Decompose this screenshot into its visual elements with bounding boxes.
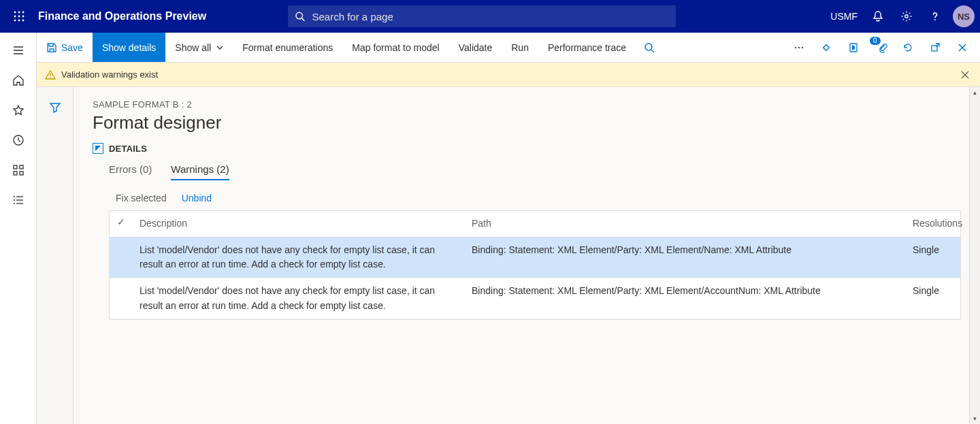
filter-icon (49, 101, 61, 114)
nav-modules-button[interactable] (2, 185, 35, 215)
warnings-table: ✓ Description Path Resolutions List 'mod… (109, 210, 961, 320)
svg-point-6 (14, 20, 16, 22)
table-row[interactable]: List 'model/Vendor' does not have any ch… (110, 237, 960, 278)
close-icon (958, 43, 967, 52)
vertical-scrollbar[interactable]: ▲ ▼ (969, 87, 980, 424)
tab-errors[interactable]: Errors (0) (109, 163, 152, 180)
svg-point-4 (18, 16, 20, 18)
star-icon (12, 104, 24, 116)
page-content: SAMPLE FORMAT B : 2 Format designer DETA… (74, 87, 980, 424)
details-tabs: Errors (0) Warnings (2) (109, 163, 961, 180)
help-icon (929, 10, 941, 22)
close-page-button[interactable] (949, 33, 976, 62)
diamond-icon (821, 42, 832, 53)
svg-point-2 (22, 12, 24, 14)
column-select[interactable]: ✓ (110, 211, 133, 237)
global-header: Finance and Operations Preview USMF NS (0, 0, 980, 33)
scroll-up-button[interactable]: ▲ (970, 87, 980, 98)
table-row[interactable]: List 'model/Vendor' does not have any ch… (110, 278, 960, 319)
action-search-button[interactable] (636, 33, 663, 62)
office-addin-button[interactable] (840, 33, 867, 62)
column-resolutions[interactable]: Resolutions (906, 211, 960, 237)
settings-button[interactable] (893, 0, 920, 33)
banner-text: Validation warnings exist (61, 69, 158, 80)
nav-favorites-button[interactable] (2, 95, 35, 125)
grid-icon (12, 164, 24, 176)
office-icon (848, 42, 859, 53)
notifications-button[interactable] (864, 0, 892, 33)
svg-point-23 (14, 203, 15, 204)
map-format-to-model-button[interactable]: Map format to model (342, 33, 448, 62)
nav-expand-button[interactable] (2, 35, 35, 65)
save-label: Save (61, 42, 83, 53)
svg-point-30 (798, 46, 800, 48)
chevron-down-icon (216, 44, 223, 51)
search-icon (295, 11, 305, 22)
svg-rect-32 (823, 44, 829, 50)
svg-line-10 (302, 18, 305, 21)
action-bar: Save Show details Show all Format enumer… (37, 33, 980, 63)
show-details-button[interactable]: Show details (93, 33, 165, 62)
refresh-button[interactable] (894, 33, 921, 62)
format-enumerations-button[interactable]: Format enumerations (233, 33, 342, 62)
validate-button[interactable]: Validate (449, 33, 502, 62)
app-title: Finance and Operations Preview (38, 10, 206, 22)
svg-rect-18 (20, 165, 23, 169)
filter-pane-strip (37, 87, 74, 424)
global-search-input[interactable] (311, 10, 670, 23)
svg-point-27 (645, 44, 652, 50)
cell-resolutions: Single (906, 237, 960, 278)
hamburger-icon (12, 44, 24, 56)
collapse-icon (93, 143, 103, 154)
user-avatar[interactable]: NS (953, 5, 975, 27)
svg-point-29 (795, 46, 797, 48)
column-description[interactable]: Description (133, 211, 465, 237)
list-icon (12, 194, 24, 206)
refresh-icon (902, 42, 913, 53)
row-selector[interactable] (110, 278, 133, 319)
show-all-button[interactable]: Show all (165, 33, 233, 62)
options-button[interactable] (813, 33, 840, 62)
svg-point-5 (22, 16, 24, 18)
details-section-toggle[interactable]: DETAILS (93, 143, 961, 154)
cell-description: List 'model/Vendor' does not have any ch… (133, 237, 465, 278)
unbind-button[interactable]: Unbind (182, 193, 212, 203)
company-selector[interactable]: USMF (825, 0, 863, 33)
popout-button[interactable] (921, 33, 949, 62)
nav-recent-button[interactable] (2, 125, 35, 155)
bell-icon (872, 10, 884, 22)
cell-resolutions: Single (906, 278, 960, 319)
global-search[interactable] (288, 5, 676, 27)
svg-line-28 (651, 50, 654, 52)
svg-point-31 (802, 46, 804, 48)
save-icon (46, 42, 57, 53)
svg-point-12 (934, 19, 936, 20)
svg-point-1 (18, 12, 20, 14)
more-actions-button[interactable] (785, 33, 813, 62)
attachments-button[interactable]: 0 (867, 33, 894, 62)
app-launcher-button[interactable] (5, 0, 33, 33)
nav-workspaces-button[interactable] (2, 155, 35, 185)
svg-point-9 (296, 12, 303, 19)
help-button[interactable] (921, 0, 949, 33)
banner-close-button[interactable] (958, 68, 972, 82)
popout-icon (930, 42, 941, 53)
save-button[interactable]: Save (37, 33, 93, 62)
svg-rect-17 (14, 165, 17, 169)
details-label: DETAILS (109, 144, 147, 154)
run-button[interactable]: Run (502, 33, 538, 62)
fix-selected-button[interactable]: Fix selected (116, 193, 167, 203)
cell-path: Binding: Statement: XML Element/Party: X… (465, 278, 906, 319)
show-all-label: Show all (175, 42, 211, 53)
page-title: Format designer (93, 112, 961, 133)
row-selector[interactable] (110, 237, 133, 278)
tab-warnings[interactable]: Warnings (2) (171, 163, 229, 180)
performance-trace-button[interactable]: Performance trace (538, 33, 636, 62)
filter-toggle-button[interactable] (39, 93, 71, 123)
svg-point-0 (14, 12, 16, 14)
nav-home-button[interactable] (2, 65, 35, 95)
svg-point-7 (18, 20, 20, 22)
column-path[interactable]: Path (465, 211, 906, 237)
more-icon (794, 42, 804, 53)
scroll-down-button[interactable]: ▼ (970, 413, 980, 424)
